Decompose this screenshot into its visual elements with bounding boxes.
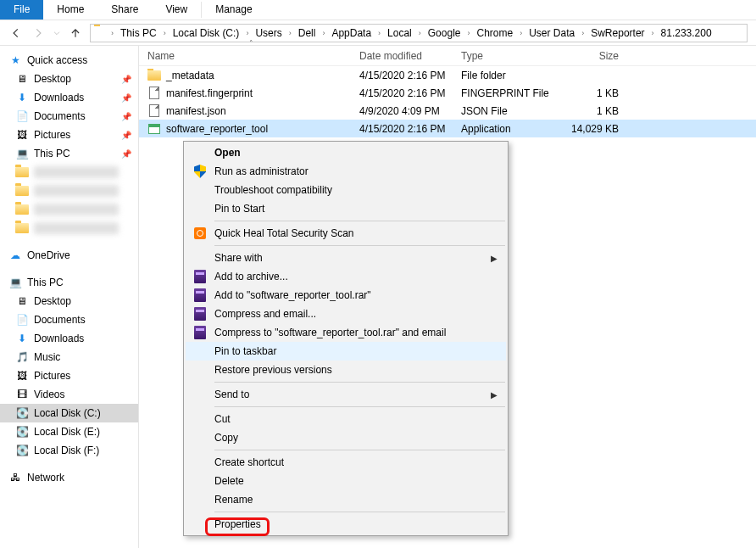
crumb-9[interactable]: SwReporter — [587, 25, 648, 42]
ctx-send-to[interactable]: Send to▶ — [186, 385, 506, 404]
col-size[interactable]: Size — [559, 50, 627, 62]
drive-icon: 💽 — [15, 425, 29, 439]
nav-quick-access[interactable]: ★ Quick access — [0, 51, 138, 70]
rar-icon — [192, 288, 208, 303]
crumb-6[interactable]: Google — [425, 25, 464, 42]
crumb-1[interactable]: Local Disk (C:) — [170, 25, 243, 42]
drive-icon: 💽 — [15, 444, 29, 457]
pc-icon: 💻 — [15, 147, 29, 160]
arrow-left-icon — [10, 27, 22, 39]
pin-icon: 📌 — [121, 112, 131, 121]
pin-icon: 📌 — [121, 93, 131, 103]
star-icon: ★ — [8, 53, 22, 67]
crumb-7[interactable]: Chrome — [473, 25, 516, 42]
nav-pc-desktop[interactable]: 🖥Desktop — [0, 292, 138, 310]
recent-dropdown[interactable] — [53, 25, 61, 41]
nav-blur-1[interactable] — [0, 163, 138, 182]
file-row[interactable]: manifest.json 4/9/2020 4:09 PM JSON File… — [139, 102, 756, 120]
ctx-create-shortcut[interactable]: Create shortcut — [186, 453, 506, 472]
pin-icon: 📌 — [121, 149, 131, 159]
address-bar[interactable]: › This PC› Local Disk (C:)› Users› Dell›… — [90, 24, 748, 42]
ctx-properties[interactable]: Properties — [186, 515, 506, 534]
nav-network[interactable]: 🖧Network — [0, 468, 138, 487]
ctx-separator — [214, 221, 505, 221]
folder-icon — [94, 26, 108, 40]
rar-icon — [192, 325, 208, 340]
nav-documents[interactable]: 📄Documents📌 — [0, 107, 138, 126]
ctx-share-with[interactable]: Share with▶ — [186, 249, 506, 267]
col-date[interactable]: Date modified — [359, 50, 461, 62]
pictures-icon: 🖼 — [15, 369, 29, 383]
nav-label: Quick access — [27, 54, 87, 66]
ctx-add-archive[interactable]: Add to archive... — [186, 267, 506, 286]
pc-icon: 💻 — [8, 276, 22, 289]
file-row[interactable]: manifest.fingerprint 4/15/2020 2:16 PM F… — [139, 84, 756, 102]
ctx-separator — [214, 382, 505, 383]
quickheal-icon — [192, 226, 208, 241]
nav-desktop[interactable]: 🖥Desktop📌 — [0, 70, 138, 88]
ctx-pin-start[interactable]: Pin to Start — [186, 199, 506, 218]
submenu-arrow-icon: ▶ — [491, 254, 498, 263]
nav-pc-pictures[interactable]: 🖼Pictures — [0, 366, 138, 385]
nav-thispc[interactable]: 💻This PC — [0, 273, 138, 292]
tab-share[interactable]: Share — [97, 0, 152, 20]
nav-pc-diske[interactable]: 💽Local Disk (E:) — [0, 422, 138, 441]
file-row[interactable]: _metadata 4/15/2020 2:16 PM File folder — [139, 66, 756, 84]
pin-icon: 📌 — [121, 75, 131, 84]
tab-file[interactable]: File — [0, 0, 43, 20]
ctx-cut[interactable]: Cut — [186, 410, 506, 428]
nav-thispc-quick[interactable]: 💻This PC📌 — [0, 144, 138, 163]
nav-blur-2[interactable] — [0, 182, 138, 200]
ctx-troubleshoot[interactable]: Troubleshoot compatibility — [186, 181, 506, 199]
crumb-10[interactable]: 81.233.200 — [658, 25, 715, 42]
nav-blur-4[interactable] — [0, 219, 138, 238]
crumb-0[interactable]: This PC — [117, 25, 160, 42]
nav-pc-diskf[interactable]: 💽Local Disk (F:) — [0, 441, 138, 460]
nav-pc-music[interactable]: 🎵Music — [0, 348, 138, 366]
ctx-compress-email[interactable]: Compress and email... — [186, 305, 506, 323]
col-name[interactable]: Name — [139, 50, 359, 62]
exe-icon — [147, 122, 161, 136]
crumb-3[interactable]: Dell — [295, 25, 320, 42]
ctx-rename[interactable]: Rename — [186, 490, 506, 509]
up-button[interactable] — [68, 25, 83, 41]
file-row-selected[interactable]: software_reporter_tool 4/15/2020 2:16 PM… — [139, 120, 756, 137]
ctx-run-admin[interactable]: Run as administrator — [186, 162, 506, 181]
tab-view[interactable]: View — [152, 0, 201, 20]
ctx-restore[interactable]: Restore previous versions — [186, 361, 506, 379]
back-button[interactable] — [8, 25, 24, 41]
crumb-5[interactable]: Local — [384, 25, 415, 42]
ctx-open[interactable]: Open — [186, 143, 506, 162]
nav-downloads[interactable]: ⬇Downloads📌 — [0, 88, 138, 107]
forward-button[interactable] — [31, 25, 46, 41]
ctx-separator — [214, 406, 505, 407]
ctx-copy[interactable]: Copy — [186, 428, 506, 447]
crumb-4[interactable]: AppData — [328, 25, 375, 42]
ctx-delete[interactable]: Delete — [186, 472, 506, 490]
desktop-icon: 🖥 — [15, 72, 29, 86]
nav-pc-downloads[interactable]: ⬇Downloads — [0, 329, 138, 348]
ctx-add-rar[interactable]: Add to "software_reporter_tool.rar" — [186, 286, 506, 305]
sort-asc-icon: ˄ — [249, 39, 253, 48]
crumb-2[interactable]: Users — [252, 25, 285, 42]
col-type[interactable]: Type — [461, 50, 559, 62]
ctx-qh-scan[interactable]: Quick Heal Total Security Scan — [186, 224, 506, 243]
nav-pc-documents[interactable]: 📄Documents — [0, 310, 138, 329]
column-headers: Name Date modified Type Size — [139, 46, 756, 66]
tab-home[interactable]: Home — [43, 0, 97, 20]
nav-onedrive[interactable]: ☁OneDrive — [0, 246, 138, 265]
network-icon: 🖧 — [8, 471, 22, 484]
crumb-8[interactable]: User Data — [525, 25, 578, 42]
nav-pc-diskc[interactable]: 💽Local Disk (C:) — [0, 404, 138, 422]
address-row: › This PC› Local Disk (C:)› Users› Dell›… — [0, 20, 756, 46]
nav-blur-3[interactable] — [0, 200, 138, 219]
ctx-separator — [214, 450, 505, 450]
drive-icon: 💽 — [15, 406, 29, 420]
file-icon — [147, 87, 161, 100]
nav-pc-videos[interactable]: 🎞Videos — [0, 385, 138, 404]
nav-pictures[interactable]: 🖼Pictures📌 — [0, 126, 138, 144]
ctx-compress-rar-email[interactable]: Compress to "software_reporter_tool.rar"… — [186, 323, 506, 342]
ctx-pin-taskbar[interactable]: Pin to taskbar — [186, 342, 506, 361]
tab-manage[interactable]: Manage — [202, 0, 265, 20]
pictures-icon: 🖼 — [15, 128, 29, 142]
